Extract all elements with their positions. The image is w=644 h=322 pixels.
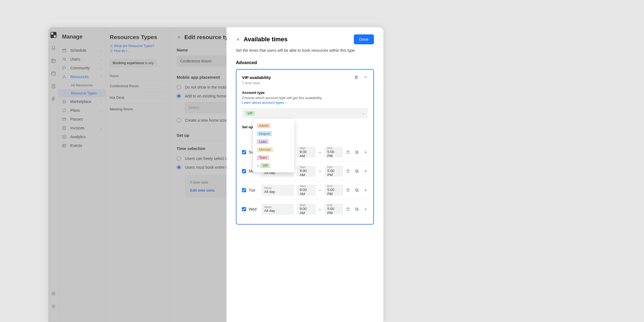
advanced-heading: Advanced bbox=[236, 60, 374, 65]
svg-rect-28 bbox=[356, 189, 358, 192]
pill-label: Lead bbox=[257, 139, 269, 144]
svg-rect-30 bbox=[356, 208, 358, 211]
dash: – bbox=[318, 188, 322, 193]
trash-icon[interactable] bbox=[354, 75, 359, 80]
slot-name-field[interactable]: NameAll day bbox=[262, 204, 294, 215]
close-icon[interactable] bbox=[236, 37, 240, 42]
copy-icon[interactable] bbox=[355, 188, 359, 192]
account-type-dropdown: Admin Drop-in Lead Member Team VIP bbox=[253, 119, 294, 172]
plus-icon[interactable] bbox=[363, 207, 368, 211]
slot-end-field[interactable]: End5:00 PM bbox=[325, 147, 343, 158]
slot-start-field[interactable]: Start9:00 AM bbox=[297, 185, 315, 196]
day-checkbox[interactable] bbox=[242, 207, 246, 211]
svg-rect-25 bbox=[355, 151, 358, 153]
slot-start-field[interactable]: Start9:00 AM bbox=[297, 147, 315, 158]
trash-icon[interactable] bbox=[346, 188, 350, 192]
plus-icon[interactable] bbox=[363, 188, 368, 192]
chevron-up-icon[interactable] bbox=[363, 75, 368, 80]
dim-overlay bbox=[48, 27, 227, 322]
trash-icon[interactable] bbox=[346, 207, 350, 211]
account-type-label: Account type bbox=[242, 91, 368, 95]
slot-name-field[interactable]: NameAll day bbox=[262, 185, 294, 196]
pill-label: VIP bbox=[260, 163, 270, 168]
pill-label: Member bbox=[257, 147, 273, 152]
day-checkbox[interactable] bbox=[242, 188, 246, 192]
chevron-down-icon: ⌄ bbox=[362, 112, 365, 115]
app-window: Manage Schedule⌄ Users⌄ Community⌄ Resou… bbox=[48, 27, 383, 322]
slot-end-field[interactable]: End5:00 PM bbox=[325, 166, 343, 177]
dash: – bbox=[318, 150, 322, 155]
pill-label: Drop-in bbox=[257, 131, 272, 136]
slot-row-wed: Wed NameAll day Start9:00 AM – End5:00 P… bbox=[242, 200, 368, 219]
dash: – bbox=[318, 169, 322, 174]
pill-label: Admin bbox=[257, 123, 271, 128]
option-vip[interactable]: VIP bbox=[253, 162, 294, 170]
card-subtitle: 7 time slots bbox=[242, 81, 271, 85]
slot-row-tue: Tue NameAll day Start9:00 AM – End5:00 P… bbox=[242, 181, 368, 200]
option-team[interactable]: Team bbox=[253, 154, 294, 162]
day-checkbox[interactable] bbox=[242, 169, 246, 173]
copy-icon[interactable] bbox=[355, 169, 359, 173]
svg-rect-29 bbox=[355, 189, 358, 191]
plus-icon[interactable] bbox=[363, 150, 368, 154]
slot-start-field[interactable]: Start9:00 AM bbox=[297, 204, 315, 215]
panel-title: Available times bbox=[244, 36, 354, 43]
option-lead[interactable]: Lead bbox=[253, 138, 294, 146]
svg-rect-31 bbox=[355, 208, 358, 210]
dash: – bbox=[318, 207, 322, 212]
account-type-desc: Choose which account type will get this … bbox=[242, 96, 368, 100]
learn-account-types-link[interactable]: Learn about account types › bbox=[242, 100, 286, 105]
svg-rect-27 bbox=[355, 170, 358, 172]
svg-rect-24 bbox=[356, 151, 358, 154]
option-dropin[interactable]: Drop-in bbox=[253, 130, 294, 138]
trash-icon[interactable] bbox=[346, 169, 350, 173]
day-label: Tue bbox=[249, 188, 259, 192]
day-checkbox[interactable] bbox=[242, 150, 246, 154]
availability-card: VIP availability 7 time slots Account ty… bbox=[236, 69, 374, 225]
account-type-select[interactable]: VIP ⌄ Admin Drop-in Lead Member Team VIP bbox=[242, 108, 368, 118]
slot-end-field[interactable]: End5:00 PM bbox=[325, 204, 343, 215]
plus-icon[interactable] bbox=[363, 169, 368, 173]
selected-pill: VIP bbox=[245, 111, 255, 116]
slot-end-field[interactable]: End5:00 PM bbox=[325, 185, 343, 196]
trash-icon[interactable] bbox=[346, 150, 350, 154]
copy-icon[interactable] bbox=[355, 207, 359, 211]
panel-subtitle: Set the times that users will be able to… bbox=[236, 48, 374, 53]
slot-start-field[interactable]: Start9:00 AM bbox=[297, 166, 315, 177]
pill-label: Team bbox=[257, 155, 269, 160]
done-button[interactable]: Done bbox=[354, 34, 374, 44]
option-admin[interactable]: Admin bbox=[253, 122, 294, 130]
option-member[interactable]: Member bbox=[253, 146, 294, 154]
card-title: VIP availability bbox=[242, 75, 271, 80]
copy-icon[interactable] bbox=[355, 150, 359, 154]
available-times-panel: Available times Done Set the times that … bbox=[227, 27, 383, 322]
svg-rect-26 bbox=[356, 170, 358, 173]
day-label: Wed bbox=[249, 207, 259, 211]
